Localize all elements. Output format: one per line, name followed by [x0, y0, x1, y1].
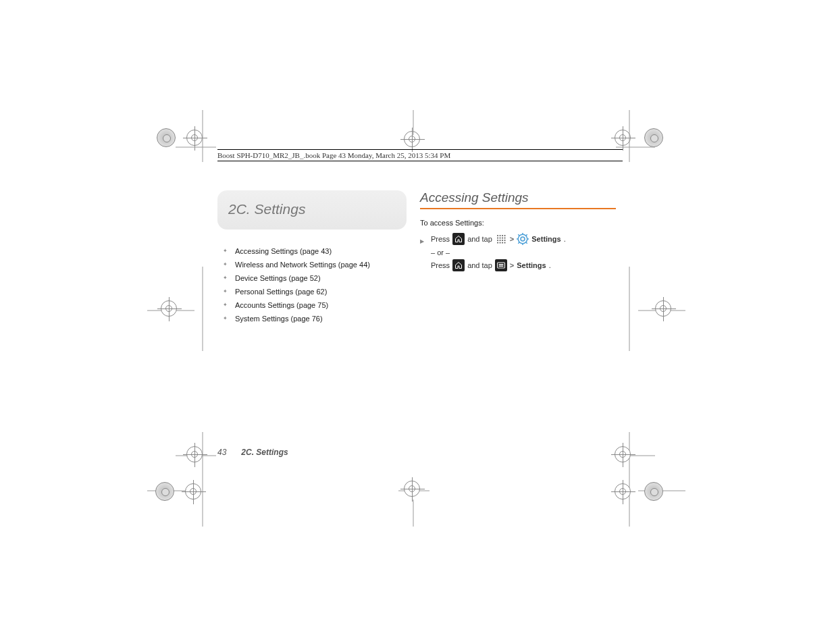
gt-separator: >	[510, 232, 514, 246]
period: .	[549, 259, 551, 272]
svg-rect-28	[504, 240, 505, 241]
svg-rect-17	[497, 235, 498, 236]
section-heading: Accessing Settings	[420, 190, 616, 209]
svg-rect-32	[504, 242, 505, 244]
press-label: Press	[431, 232, 450, 246]
toc-item: Device Settings (page 52)	[217, 271, 407, 285]
svg-line-40	[526, 242, 527, 244]
step-row-1: Press and tap >	[420, 232, 616, 246]
menu-icon	[495, 259, 507, 271]
toc-item: Accessing Settings (page 43)	[217, 244, 407, 258]
toc-item: Personal Settings (page 62)	[217, 285, 407, 298]
apps-grid-icon	[495, 233, 507, 245]
page-content: 2C. Settings Accessing Settings (page 43…	[217, 190, 616, 325]
home-icon	[452, 259, 465, 271]
right-column: Accessing Settings To access Settings: P…	[420, 190, 616, 325]
or-separator: – or –	[420, 248, 616, 257]
svg-rect-29	[497, 242, 498, 244]
settings-label: Settings	[517, 259, 546, 272]
svg-line-39	[519, 234, 520, 236]
footer-title: 2C. Settings	[241, 448, 288, 457]
svg-rect-22	[499, 238, 500, 239]
toc-item: Accounts Settings (page 75)	[217, 298, 407, 312]
svg-line-42	[519, 242, 520, 244]
toc-item: System Settings (page 76)	[217, 312, 407, 325]
svg-rect-27	[502, 240, 503, 241]
document-header-text: Boost SPH-D710_MR2_JB_.book Page 43 Mond…	[217, 151, 450, 159]
step-row-2: Press and tap > Settings.	[420, 259, 616, 272]
settings-gear-icon	[517, 233, 529, 245]
svg-rect-26	[499, 240, 500, 241]
page-number: 43	[217, 448, 226, 457]
left-column: 2C. Settings Accessing Settings (page 43…	[217, 190, 407, 325]
svg-rect-25	[497, 240, 498, 241]
home-icon	[452, 233, 465, 245]
chapter-title-box: 2C. Settings	[217, 190, 407, 230]
svg-rect-18	[499, 235, 500, 236]
gt-separator: >	[510, 259, 514, 272]
svg-rect-24	[504, 238, 505, 239]
intro-text: To access Settings:	[420, 219, 616, 227]
svg-rect-19	[502, 235, 503, 236]
period: .	[564, 232, 566, 246]
svg-rect-23	[502, 238, 503, 239]
toc-item: Wireless and Network Settings (page 44)	[217, 258, 407, 271]
svg-point-34	[521, 237, 525, 241]
svg-rect-30	[499, 242, 500, 244]
svg-rect-31	[502, 242, 503, 244]
toc-list: Accessing Settings (page 43) Wireless an…	[217, 244, 407, 325]
svg-line-41	[526, 234, 527, 236]
and-tap-label: and tap	[467, 232, 492, 246]
chapter-title: 2C. Settings	[228, 201, 396, 217]
svg-rect-21	[497, 238, 498, 239]
press-label: Press	[431, 259, 450, 272]
svg-rect-20	[504, 235, 505, 236]
page-footer: 43 2C. Settings	[217, 448, 288, 457]
document-header-strip: Boost SPH-D710_MR2_JB_.book Page 43 Mond…	[217, 149, 623, 161]
and-tap-label: and tap	[467, 259, 492, 272]
settings-label: Settings	[531, 232, 561, 246]
